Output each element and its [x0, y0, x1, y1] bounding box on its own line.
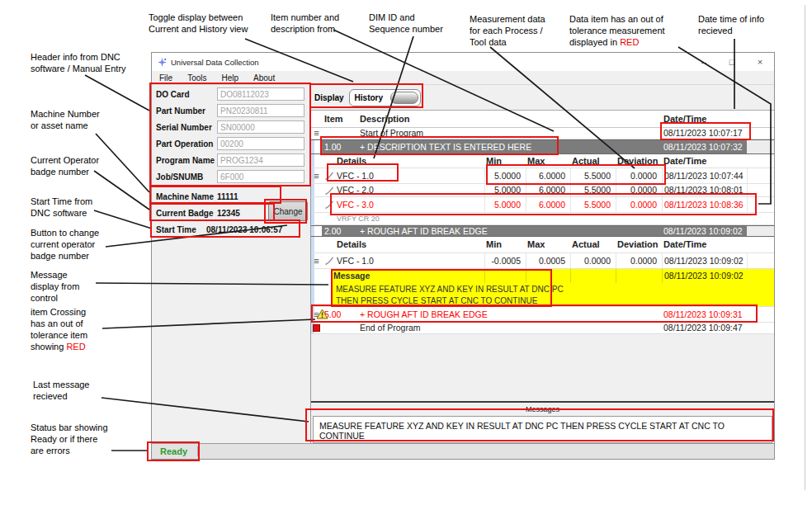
display-bar: Display History — [311, 85, 774, 111]
vfc-deviation: 0.0000 — [616, 168, 662, 183]
job-snumb-label: Job/SNUMB — [156, 172, 217, 182]
vfc-datetime: 08/11/2023 10:08:36 — [662, 197, 747, 212]
row-vrfy-note: VRFY CR 20 — [311, 213, 774, 225]
subheader-deviation: Deviation — [616, 237, 662, 252]
annotation-toggle-display: Toggle display between Current and Histo… — [149, 12, 248, 35]
annotation-out-of-tolerance: Data item has an out of tolerance measur… — [569, 13, 665, 48]
vfc-actual: 5.5000 — [570, 184, 616, 196]
messages-panel-title: Messages — [311, 403, 774, 415]
toggle-knob[interactable] — [390, 92, 418, 104]
item5-description: + ROUGH AFT ID BREAK EDGE — [356, 310, 662, 319]
row-start-of-program[interactable]: ≡ Start of Program 08/11/2023 10:07:17 — [311, 128, 774, 139]
row-vfc-3-0-out-of-tolerance[interactable]: VFC - 3.0 5.0000 6.0000 5.5000 0.0000 08… — [311, 197, 774, 213]
vfc-datetime: 08/11/2023 10:07:44 — [662, 168, 747, 183]
subheader-min: Min — [484, 154, 526, 168]
vfc-deviation: 0.0000 — [616, 184, 662, 196]
field-row-part-number: Part Number — [152, 102, 310, 119]
machine-name-label: Machine Name — [156, 192, 217, 201]
vfc-actual: 0.0000 — [570, 253, 616, 268]
vfc-datetime: 08/11/2023 10:09:02 — [662, 253, 747, 268]
menu-help[interactable]: Help — [214, 73, 246, 83]
data-grid: Item Description Date/Time ≡ Start of Pr… — [311, 111, 774, 443]
job-snumb-input[interactable] — [217, 170, 304, 183]
app-icon — [158, 58, 167, 67]
group-row-1[interactable]: 1.00 + DESCRIPTION TEXT IS ENTERED HERE … — [311, 139, 774, 154]
page: Toggle display between Current and Histo… — [0, 0, 812, 505]
table-header-row: Item Description Date/Time — [311, 111, 774, 128]
part-operation-label: Part Operation — [156, 139, 217, 149]
annotation-operator-badge: Current Operator badge number — [31, 154, 99, 177]
vfc-id: VFC - 3.0 — [336, 201, 484, 210]
subheader-datetime: Date/Time — [662, 154, 747, 168]
part-number-label: Part Number — [156, 106, 217, 116]
do-card-input[interactable] — [217, 87, 304, 101]
vfc-id: VFC - 1.0 — [336, 172, 484, 181]
message-line2: THEN PRESS CYCLE START AT CNC TO CONTINU… — [332, 295, 774, 306]
warning-icon — [316, 309, 328, 319]
app-window: Universal Data Collection – □ × File Too… — [151, 52, 775, 460]
status-divider — [197, 446, 198, 456]
start-of-program-label: Start of Program — [356, 129, 484, 138]
menu-about[interactable]: About — [246, 73, 282, 83]
vfc-datetime: 08/11/2023 10:08:01 — [662, 184, 747, 196]
vfc-max: 6.0000 — [526, 184, 570, 196]
field-row-job-snumb: Job/SNUMB — [152, 168, 310, 185]
item5-datetime: 08/11/2023 10:09:31 — [662, 307, 747, 322]
menu-tools[interactable]: Tools — [180, 73, 214, 83]
annotation-date-time: Date time of info recieved — [698, 13, 764, 36]
field-row-serial-number: Serial Number — [152, 119, 310, 135]
annotation-measurement-data: Measurement data for each Process / Tool… — [470, 13, 545, 48]
vfc-actual: 5.5000 — [570, 197, 616, 212]
annotation-header-info: Header info from DNC software / Manual E… — [31, 51, 126, 74]
vfc-min: 5.0000 — [484, 168, 526, 183]
group1-item-number: 1.00 — [322, 140, 356, 153]
part-operation-input[interactable] — [217, 137, 304, 150]
window-title: Universal Data Collection — [171, 58, 259, 67]
subheader-details: Details — [336, 240, 484, 249]
history-toggle[interactable]: History — [349, 89, 421, 106]
subheader-actual: Actual — [570, 237, 616, 252]
program-name-label: Program Name — [156, 156, 217, 165]
subheader-max: Max — [526, 237, 570, 252]
pencil-icon — [324, 186, 334, 196]
vfc-max: 6.0000 — [526, 168, 570, 183]
row-message-header[interactable]: Message 08/11/2023 10:09:02 — [311, 269, 774, 283]
minimize-icon[interactable]: – — [690, 53, 718, 71]
serial-number-input[interactable] — [217, 120, 304, 134]
maximize-icon[interactable]: □ — [718, 53, 746, 71]
row-end-of-program[interactable]: End of Program 08/11/2023 10:09:47 — [311, 323, 774, 334]
vfc-max: 6.0000 — [526, 197, 570, 212]
status-ready-text: Ready — [160, 446, 187, 456]
part-number-input[interactable] — [217, 104, 304, 117]
row-vfc-1-0[interactable]: ≡ VFC - 1.0 5.0000 6.0000 5.5000 0.0000 … — [311, 168, 774, 184]
menu-file[interactable]: File — [152, 73, 180, 83]
pencil-icon — [324, 200, 334, 210]
annotation-red-word: RED — [66, 342, 85, 352]
list-icon: ≡ — [314, 257, 319, 266]
field-row-part-operation: Part Operation — [152, 135, 310, 152]
group2-datetime: 08/11/2023 10:09:02 — [662, 226, 747, 236]
subheader-min: Min — [484, 237, 526, 252]
program-name-input[interactable] — [217, 153, 304, 167]
end-of-program-datetime: 08/11/2023 10:09:47 — [662, 323, 747, 333]
row-vfc-1-0-group2[interactable]: ≡ VFC - 1.0 -0.0005 0.0005 0.0000 0.0000… — [311, 253, 774, 269]
annotation-text: Data item has an out of tolerance measur… — [569, 14, 665, 47]
annotation-change-button: Button to change current operator badge … — [31, 227, 99, 262]
row-message-line2: THEN PRESS CYCLE START AT CNC TO CONTINU… — [311, 295, 774, 307]
message-row-label: Message — [332, 271, 484, 281]
status-bar: Ready — [152, 443, 774, 459]
title-bar: Universal Data Collection – □ × — [152, 53, 774, 71]
annotation-message-display: Message display from control — [31, 269, 79, 304]
last-message-display: MEASURE FEATURE XYZ AND KEY IN RESULT AT… — [313, 416, 772, 443]
group-row-2[interactable]: 2.00 + ROUGH AFT ID BREAK EDGE 08/11/202… — [311, 225, 774, 237]
change-badge-button[interactable]: Change — [268, 201, 308, 221]
row-5-00-out-of-tolerance[interactable]: ≡ 5.00 + ROUGH AFT ID BREAK EDGE 08/11/2… — [311, 307, 774, 323]
page-border — [805, 5, 805, 490]
serial-number-label: Serial Number — [156, 123, 217, 132]
machine-name-value: 11111 — [217, 192, 238, 201]
close-icon[interactable]: × — [746, 53, 774, 71]
subheader-datetime: Date/Time — [662, 237, 747, 252]
group1-description: + DESCRIPTION TEXT IS ENTERED HERE — [356, 140, 662, 153]
current-badge-label: Current Badge — [156, 209, 217, 218]
row-vfc-2-0[interactable]: VFC - 2.0 5.0000 6.0000 5.5000 0.0000 08… — [311, 184, 774, 197]
